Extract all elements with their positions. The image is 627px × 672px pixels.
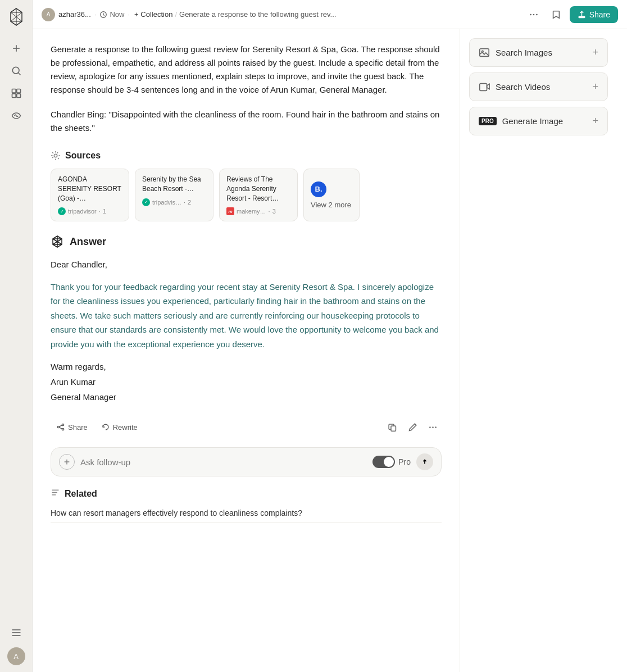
svg-point-17: [57, 426, 59, 428]
header-bookmark-button[interactable]: [547, 6, 565, 24]
related-item-1[interactable]: How can resort managers effectively resp…: [51, 504, 442, 523]
answer-perplexity-icon: [51, 235, 64, 248]
guest-review: Chandler Bing: "Disappointed with the cl…: [51, 108, 442, 135]
svg-rect-6: [12, 94, 16, 98]
answer-salutation: Dear Chandler,: [51, 257, 442, 272]
related-icon: [51, 488, 60, 500]
header-collection-button[interactable]: + Collection: [134, 10, 172, 19]
header-user[interactable]: A azhar36...: [42, 8, 91, 21]
generate-image-card[interactable]: PRO Generate Image +: [469, 107, 608, 135]
source-3-title: Reviews of The Agonda Serenity Resort - …: [226, 175, 290, 203]
search-videos-card[interactable]: Search Videos +: [469, 72, 608, 101]
discover-button[interactable]: [6, 106, 26, 126]
source-3-separator: ·: [269, 208, 270, 215]
svg-rect-5: [16, 89, 20, 93]
review-text: "Disappointed with the cleanliness of th…: [51, 110, 439, 133]
copy-button[interactable]: [383, 418, 401, 436]
header-time-label: Now: [110, 10, 124, 19]
review-prefix: Chandler Bing:: [51, 110, 106, 119]
source-card-3[interactable]: Reviews of The Agonda Serenity Resort - …: [219, 169, 298, 221]
header-query-title: Generate a response to the following gue…: [179, 10, 348, 19]
tripadvisor-icon-1: ✓: [58, 207, 66, 215]
answer-header: Answer: [51, 235, 442, 248]
image-icon: [479, 47, 490, 58]
generate-image-label: Generate Image: [502, 116, 563, 126]
content-body: Generate a response to the following gue…: [33, 29, 627, 672]
header-more-button[interactable]: [525, 6, 543, 24]
search-button[interactable]: [6, 61, 26, 81]
header-separator-1: ·: [94, 10, 97, 19]
spaces-button[interactable]: [6, 83, 26, 103]
source-card-2[interactable]: Serenity by the Sea Beach Resort -… ✓ tr…: [135, 169, 213, 221]
sidebar-narrow: A: [0, 0, 33, 672]
source-1-meta: ✓ tripadvisor · 1: [58, 207, 122, 215]
search-images-card[interactable]: Search Images +: [469, 38, 608, 67]
share-label: Share: [589, 10, 610, 19]
svg-rect-30: [480, 83, 487, 90]
search-videos-plus: +: [592, 81, 598, 93]
answer-section: Answer Dear Chandler, Thank you for your…: [51, 235, 442, 405]
query-prompt: Generate a response to the following gue…: [51, 43, 442, 97]
copy-icon: [388, 423, 397, 432]
header-now[interactable]: Now: [99, 10, 124, 19]
source-1-number: ·: [99, 208, 101, 215]
svg-rect-19: [390, 426, 396, 431]
answer-title-signer: General Manager: [51, 392, 116, 402]
answer-signer: Arun Kumar: [51, 377, 96, 387]
source-1-site: tripadvisor: [68, 208, 97, 215]
source-2-num: 2: [188, 199, 191, 206]
pro-icon: PRO: [479, 117, 497, 125]
svg-rect-7: [16, 94, 20, 98]
header-username: azhar36...: [58, 10, 91, 19]
search-videos-left: Search Videos: [479, 81, 550, 93]
user-avatar-sidebar[interactable]: A: [7, 647, 25, 665]
svg-point-18: [62, 429, 63, 430]
answer-signoff: Warm regards,: [51, 362, 106, 371]
toggle-switch[interactable]: [372, 456, 395, 468]
sources-title: Sources: [65, 151, 101, 161]
send-button[interactable]: [416, 453, 433, 470]
svg-point-15: [54, 154, 57, 157]
pro-label: Pro: [398, 457, 411, 466]
b-source-icon: B.: [311, 181, 326, 197]
new-chat-button[interactable]: [6, 38, 26, 58]
rewrite-icon: [101, 423, 110, 432]
search-images-left: Search Images: [479, 47, 552, 58]
share-button[interactable]: Share: [570, 6, 618, 23]
sources-grid: AGONDA SERENITY RESORT (Goa) -… ✓ tripad…: [51, 169, 442, 221]
followup-container[interactable]: Pro: [51, 447, 442, 476]
search-images-plus: +: [592, 47, 598, 58]
answer-body: Dear Chandler, Thank you for your feedba…: [51, 257, 442, 405]
collapse-sidebar-button[interactable]: [6, 623, 26, 643]
sources-section: Sources AGONDA SERENITY RESORT (Goa) -… …: [51, 151, 442, 221]
rewrite-button[interactable]: Rewrite: [96, 419, 143, 435]
related-section: Related How can resort managers effectiv…: [51, 488, 442, 523]
related-title: Related: [65, 489, 97, 499]
right-panel: Search Images + Search Videos +: [460, 29, 617, 672]
source-card-1[interactable]: AGONDA SERENITY RESORT (Goa) -… ✓ tripad…: [51, 169, 129, 221]
video-icon: [479, 81, 490, 93]
search-images-label: Search Images: [496, 48, 552, 57]
generate-image-plus: +: [592, 115, 598, 127]
answer-title: Answer: [70, 236, 106, 248]
svg-line-3: [18, 73, 20, 75]
pro-toggle[interactable]: Pro: [372, 456, 411, 468]
edit-button[interactable]: [403, 418, 421, 436]
followup-plus-button[interactable]: [59, 454, 75, 470]
view-more-label: View 2 more: [311, 201, 352, 209]
source-2-title: Serenity by the Sea Beach Resort -…: [142, 175, 206, 194]
svg-point-14: [536, 13, 538, 15]
sources-icon: [51, 151, 61, 161]
perplexity-logo[interactable]: [6, 7, 26, 27]
makemytrip-icon: m: [226, 207, 234, 215]
share-answer-button[interactable]: Share: [51, 419, 93, 435]
followup-input[interactable]: [80, 457, 367, 467]
more-actions-button[interactable]: [424, 418, 442, 436]
header-slash: /: [175, 10, 177, 19]
svg-rect-4: [12, 89, 16, 93]
tripadvisor-icon-2: ✓: [142, 198, 150, 206]
svg-point-12: [530, 13, 531, 15]
source-view-more-card[interactable]: B. View 2 more: [303, 169, 360, 221]
header-user-avatar: A: [42, 8, 55, 21]
collection-label: + Collection: [134, 10, 172, 19]
